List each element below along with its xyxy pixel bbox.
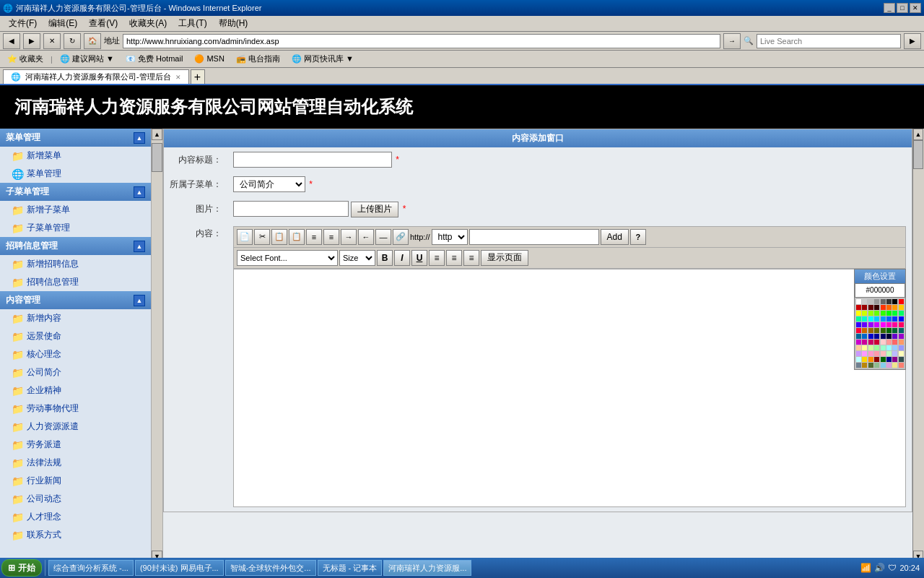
color-cell[interactable]	[874, 305, 879, 310]
sidebar-section-recruit[interactable]: 招聘信息管理 ▲	[0, 237, 151, 255]
url-protocol-select[interactable]: http:// https://	[432, 229, 468, 245]
upload-btn[interactable]: 上传图片	[351, 202, 398, 217]
color-cell[interactable]	[874, 357, 879, 362]
color-cell[interactable]	[856, 345, 861, 350]
color-cell[interactable]	[868, 305, 873, 310]
sidebar-item-recruit-manage[interactable]: 📁 招聘信息管理	[0, 273, 151, 291]
maximize-button[interactable]: □	[897, 3, 908, 13]
color-cell[interactable]	[856, 299, 861, 304]
color-cell[interactable]	[899, 351, 904, 356]
color-cell[interactable]	[886, 322, 892, 327]
favorites-item-main[interactable]: ⭐ 收藏夹	[3, 52, 48, 66]
color-cell[interactable]	[881, 363, 886, 368]
refresh-button[interactable]: ↻	[64, 33, 81, 49]
color-cell[interactable]	[886, 299, 892, 304]
color-cell[interactable]	[886, 363, 892, 368]
sidebar-item-spirit[interactable]: 📁 企业精神	[0, 381, 151, 400]
color-cell[interactable]	[856, 357, 861, 362]
stop-button[interactable]: ✕	[43, 33, 61, 49]
color-cell[interactable]	[886, 334, 892, 339]
color-hex-input[interactable]	[855, 283, 905, 298]
color-cell[interactable]	[892, 311, 897, 316]
sidebar-item-news[interactable]: 📁 行业新闻	[0, 472, 151, 490]
sidebar-section-submenu[interactable]: 子菜单管理 ▲	[0, 183, 151, 201]
minimize-button[interactable]: _	[884, 3, 895, 13]
color-cell[interactable]	[899, 311, 904, 316]
color-cell[interactable]	[874, 316, 879, 322]
color-cell[interactable]	[868, 351, 873, 356]
forward-button[interactable]: ▶	[23, 33, 40, 49]
back-button[interactable]: ◀	[3, 33, 20, 49]
font-select[interactable]: Select Font...	[237, 250, 338, 266]
sidebar-scrollbar[interactable]: ▲ ▼	[152, 129, 163, 562]
taskbar-item-email[interactable]: (90封未读) 网易电子...	[135, 560, 224, 576]
sidebar-item-add-menu[interactable]: 📁 新增菜单	[0, 147, 151, 165]
main-tab[interactable]: 🌐 河南瑞祥人力资源服务有限公司-管理后台 ✕	[3, 69, 189, 84]
color-cell[interactable]	[856, 316, 861, 322]
color-cell[interactable]	[868, 357, 873, 362]
color-cell[interactable]	[874, 334, 879, 339]
sidebar-item-talent[interactable]: 📁 人才理念	[0, 508, 151, 526]
sidebar-item-submenu-manage[interactable]: 📁 子菜单管理	[0, 219, 151, 237]
scroll-up-btn[interactable]: ▲	[913, 129, 923, 140]
color-cell[interactable]	[892, 322, 897, 327]
color-cell[interactable]	[892, 328, 897, 333]
toolbar-new-btn[interactable]: 📄	[237, 229, 253, 245]
favorites-item-hotmail[interactable]: 📧 免费 Hotmail	[121, 52, 187, 66]
color-cell[interactable]	[899, 305, 904, 310]
toolbar-hr-btn[interactable]: —	[375, 229, 391, 245]
align-left-btn[interactable]: ≡	[429, 250, 445, 266]
color-cell[interactable]	[886, 316, 892, 322]
align-right-btn[interactable]: ≡	[463, 250, 479, 266]
start-button[interactable]: ⊞ 开始	[1, 559, 42, 577]
sidebar-item-labor-dispatch[interactable]: 📁 劳务派遣	[0, 436, 151, 454]
sidebar-item-add-content[interactable]: 📁 新增内容	[0, 309, 151, 327]
sidebar-section-content[interactable]: 内容管理 ▲	[0, 291, 151, 309]
color-cell[interactable]	[868, 316, 873, 322]
taskbar-item-analysis[interactable]: 综合查询分析系统 -...	[48, 560, 134, 576]
scroll-thumb[interactable]	[913, 140, 923, 169]
toolbar-copy-btn[interactable]: 📋	[271, 229, 287, 245]
color-cell[interactable]	[862, 299, 867, 304]
tab-close-icon[interactable]: ✕	[175, 74, 181, 81]
sidebar-item-add-recruit[interactable]: 📁 新增招聘信息	[0, 255, 151, 273]
color-cell[interactable]	[874, 345, 879, 350]
color-cell[interactable]	[862, 363, 867, 368]
color-cell[interactable]	[856, 328, 861, 333]
sidebar-item-contact[interactable]: 📁 联系方式	[0, 526, 151, 544]
show-page-btn[interactable]: 显示页面	[481, 250, 528, 266]
editor-area[interactable]	[233, 269, 906, 507]
color-cell[interactable]	[886, 305, 892, 310]
color-cell[interactable]	[886, 311, 892, 316]
sidebar-collapse-recruit[interactable]: ▲	[134, 241, 145, 252]
color-cell[interactable]	[899, 316, 904, 322]
color-cell[interactable]	[868, 363, 873, 368]
italic-btn[interactable]: I	[394, 250, 410, 266]
color-cell[interactable]	[892, 357, 897, 362]
menu-file[interactable]: 文件(F)	[3, 16, 43, 31]
sidebar-item-vision[interactable]: 📁 远景使命	[0, 327, 151, 345]
address-input[interactable]	[123, 34, 720, 48]
color-cell[interactable]	[899, 340, 904, 345]
sidebar-collapse-content[interactable]: ▲	[134, 295, 145, 306]
toolbar-ol-btn[interactable]: ≡	[306, 229, 322, 245]
color-cell[interactable]	[856, 322, 861, 327]
menu-edit[interactable]: 编辑(E)	[43, 16, 83, 31]
color-cell[interactable]	[862, 305, 867, 310]
menu-tools[interactable]: 工具(T)	[173, 16, 212, 31]
toolbar-indent-btn[interactable]: →	[341, 229, 357, 245]
color-cell[interactable]	[886, 345, 892, 350]
color-cell[interactable]	[856, 334, 861, 339]
color-cell[interactable]	[899, 299, 904, 304]
color-cell[interactable]	[874, 340, 879, 345]
color-cell[interactable]	[874, 311, 879, 316]
color-cell[interactable]	[899, 363, 904, 368]
toolbar-outdent-btn[interactable]: ←	[358, 229, 374, 245]
toolbar-paste-btn[interactable]: 📋	[289, 229, 305, 245]
color-cell[interactable]	[862, 328, 867, 333]
align-center-btn[interactable]: ≡	[446, 250, 462, 266]
color-cell[interactable]	[856, 351, 861, 356]
color-cell[interactable]	[862, 351, 867, 356]
underline-btn[interactable]: U	[411, 250, 427, 266]
color-cell[interactable]	[868, 328, 873, 333]
